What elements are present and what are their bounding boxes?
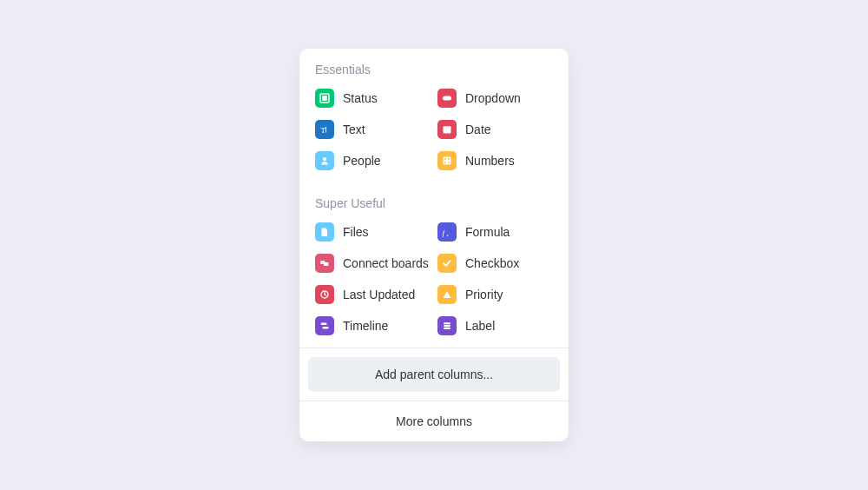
column-type-files[interactable]: Files xyxy=(315,221,431,243)
priority-icon xyxy=(437,285,457,304)
column-type-checkbox[interactable]: Checkbox xyxy=(437,252,553,275)
column-type-label: Timeline xyxy=(343,319,388,333)
svg-text:f: f xyxy=(443,228,446,237)
more-columns-button[interactable]: More columns xyxy=(396,414,472,428)
svg-text:T: T xyxy=(321,126,326,135)
svg-point-9 xyxy=(444,158,446,160)
svg-point-11 xyxy=(444,162,446,163)
svg-marker-18 xyxy=(444,291,451,298)
svg-rect-21 xyxy=(444,322,450,324)
column-type-label: Connect boards xyxy=(343,256,429,270)
text-icon: T xyxy=(315,120,334,139)
column-type-label: Text xyxy=(343,122,365,136)
svg-rect-1 xyxy=(322,96,327,101)
checkbox-icon xyxy=(437,254,457,273)
column-type-date[interactable]: Date xyxy=(437,118,553,141)
date-icon xyxy=(437,120,457,139)
svg-point-10 xyxy=(448,158,450,160)
column-type-priority[interactable]: Priority xyxy=(437,283,553,306)
svg-point-7 xyxy=(323,157,326,161)
files-icon xyxy=(315,222,334,242)
column-type-formula[interactable]: fxFormula xyxy=(437,221,553,243)
dropdown-icon xyxy=(437,89,457,108)
column-type-label: Files xyxy=(343,225,369,239)
label-icon xyxy=(437,316,457,335)
svg-rect-22 xyxy=(444,325,450,327)
updated-icon xyxy=(315,285,334,304)
column-type-status[interactable]: Status xyxy=(315,87,431,109)
column-type-label: Dropdown xyxy=(465,91,521,105)
column-type-label: Label xyxy=(465,319,495,333)
status-icon xyxy=(315,89,334,108)
column-type-label: Date xyxy=(465,122,491,136)
column-type-label: Last Updated xyxy=(343,288,415,301)
column-type-label: Priority xyxy=(465,288,503,301)
section-title: Essentials xyxy=(315,63,553,76)
svg-rect-20 xyxy=(323,327,329,329)
column-type-timeline[interactable]: Timeline xyxy=(315,315,431,337)
column-type-people[interactable]: People xyxy=(315,149,431,172)
column-picker-panel: EssentialsStatusDropdownTTextDatePeopleN… xyxy=(299,49,569,441)
column-type-dropdown[interactable]: Dropdown xyxy=(437,87,553,109)
people-icon xyxy=(315,151,334,170)
add-parent-columns-button[interactable]: Add parent columns... xyxy=(308,357,560,392)
column-type-label: People xyxy=(343,154,381,168)
section-title: Super Useful xyxy=(315,196,553,210)
column-type-updated[interactable]: Last Updated xyxy=(315,283,431,306)
column-type-label: Numbers xyxy=(465,154,515,168)
column-type-text[interactable]: TText xyxy=(315,118,431,141)
column-type-label: Status xyxy=(343,91,378,105)
svg-point-12 xyxy=(448,162,450,163)
connect-icon xyxy=(315,254,334,273)
svg-rect-6 xyxy=(444,127,451,129)
column-type-label: Checkbox xyxy=(465,256,519,270)
svg-rect-19 xyxy=(321,323,327,326)
formula-icon: fx xyxy=(437,222,457,242)
numbers-icon xyxy=(437,151,457,170)
column-type-label: Formula xyxy=(465,225,510,239)
svg-rect-16 xyxy=(324,262,329,266)
svg-rect-8 xyxy=(444,157,451,165)
column-type-connect[interactable]: Connect boards xyxy=(315,252,431,275)
timeline-icon xyxy=(315,316,334,335)
svg-text:x: x xyxy=(446,233,450,237)
column-type-numbers[interactable]: Numbers xyxy=(437,149,553,172)
column-type-label[interactable]: Label xyxy=(437,315,553,337)
svg-rect-2 xyxy=(443,96,451,101)
svg-rect-23 xyxy=(444,328,450,329)
